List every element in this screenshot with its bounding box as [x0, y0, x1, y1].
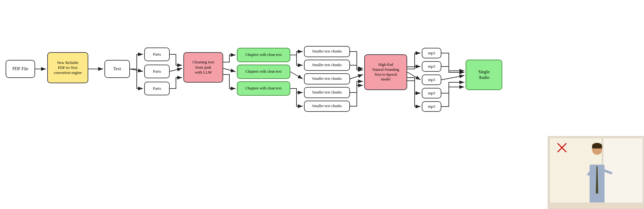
node-mp3-1: mp3: [422, 48, 441, 58]
svg-line-3: [130, 69, 143, 71]
svg-line-7: [350, 75, 363, 79]
node-cleaning: Cleaning textfrom junkwith LLM: [183, 52, 223, 83]
node-parts-1: Parts: [144, 48, 170, 61]
svg-line-4: [170, 68, 182, 71]
svg-line-8: [407, 72, 421, 80]
node-chapters-3: Chapters with clean text: [237, 81, 290, 96]
node-pdf: PDF File: [6, 60, 35, 78]
node-engine: New ReliablePDF-to-Textconvertion engine: [47, 52, 88, 83]
node-mp3-4: mp3: [422, 88, 441, 98]
node-chunks-3: Smaller text chunks: [304, 73, 350, 84]
node-chunks-1: Smaller text chunks: [304, 46, 350, 57]
svg-line-9: [441, 75, 464, 80]
node-mp3-3: mp3: [422, 75, 441, 85]
node-chunks-5: Smaller text chunks: [304, 101, 350, 112]
arrows-svg: [0, 0, 559, 209]
node-tts: High-EndNatural-SoundingText-to-Speechmo…: [364, 54, 407, 90]
node-parts-3: Parts: [144, 82, 170, 95]
node-chunks-4: Smaller text chunks: [304, 87, 350, 98]
node-parts-2: Parts: [144, 65, 170, 78]
node-chapters-1: Chapters with clean text: [237, 48, 290, 62]
node-single-audio: SingleAudio: [466, 60, 502, 90]
svg-line-5: [223, 68, 236, 72]
node-mp3-2: mp3: [422, 61, 441, 72]
node-text: Text: [104, 60, 130, 78]
svg-line-6: [290, 72, 303, 79]
video-thumbnail: [548, 136, 644, 209]
node-chunks-2: Smaller text chunks: [304, 60, 350, 71]
diagram-area: PDF File New ReliablePDF-to-Textconverti…: [0, 0, 559, 209]
node-mp3-5: mp3: [422, 101, 441, 112]
node-chapters-2: Chapters with clean text: [237, 65, 290, 79]
